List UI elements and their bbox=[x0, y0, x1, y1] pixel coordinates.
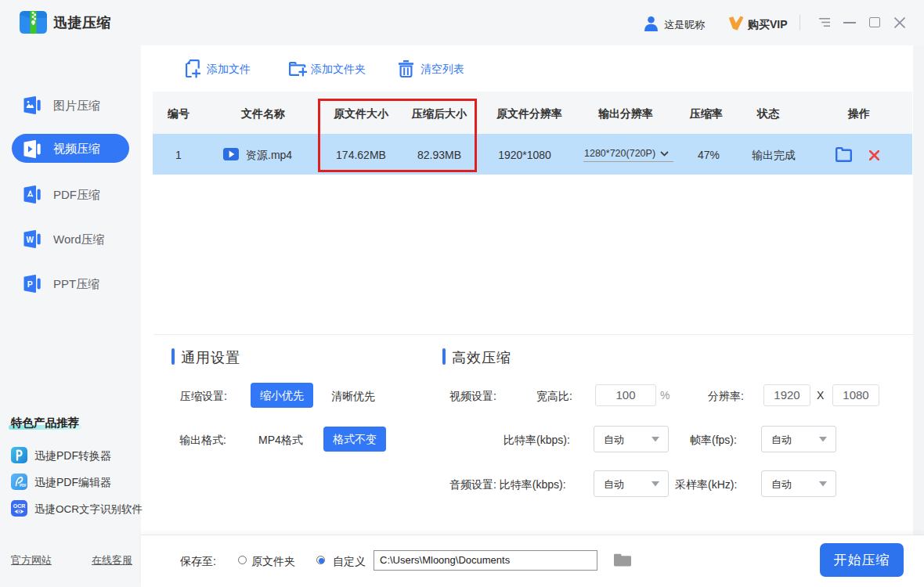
svg-text:OCR: OCR bbox=[13, 503, 26, 509]
svg-text:P: P bbox=[27, 279, 33, 289]
svg-text:W: W bbox=[26, 236, 34, 244]
svg-text:PDF: PDF bbox=[20, 484, 27, 488]
